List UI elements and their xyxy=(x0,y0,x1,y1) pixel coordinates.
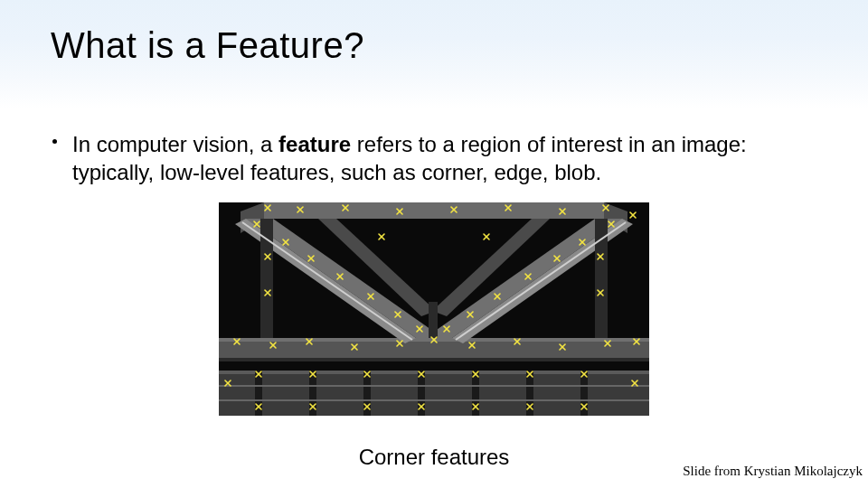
svg-rect-16 xyxy=(219,385,649,387)
bullet-pre: In computer vision, a xyxy=(72,132,278,156)
bullet-text: In computer vision, a feature refers to … xyxy=(51,130,832,186)
slide-attribution: Slide from Krystian Mikolajczyk xyxy=(683,464,863,479)
bullet-bold: feature xyxy=(278,132,351,156)
corner-features-figure xyxy=(219,202,649,416)
svg-rect-17 xyxy=(219,399,649,401)
bullet-item: In computer vision, a feature refers to … xyxy=(51,130,832,186)
bullet-dot xyxy=(52,139,57,144)
slide-title: What is a Feature? xyxy=(51,25,364,66)
svg-rect-26 xyxy=(429,302,438,338)
svg-marker-1 xyxy=(264,202,604,219)
svg-rect-6 xyxy=(219,358,649,361)
